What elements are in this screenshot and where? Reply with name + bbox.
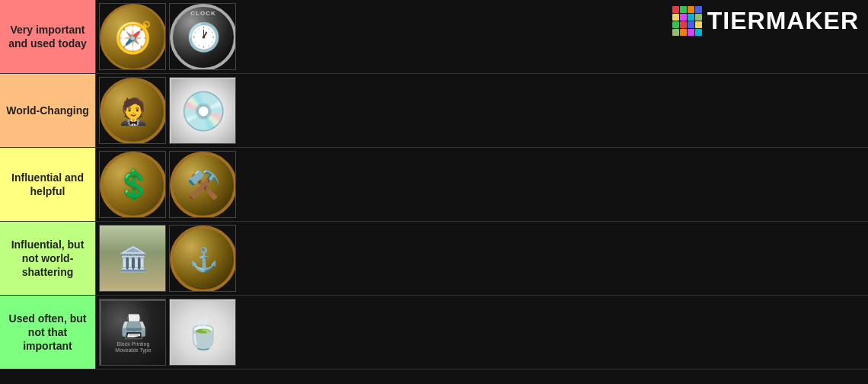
logo-cell [695,21,702,28]
dollar-icon: 💲 [116,168,152,202]
list-item[interactable]: 🕐 CLOCK [169,3,236,70]
logo-cell [680,14,687,21]
tier-label-3: Influential and helpful [0,148,95,221]
logo-cell [695,6,702,13]
tier-items-3: 💲 ⚒️ [95,148,868,221]
tier-items-5: 🖨️ Block PrintingMoveable Type 🍵 [95,296,868,369]
printing-coin: 🖨️ Block PrintingMoveable Type [100,299,166,366]
dollar-coin: 💲 [100,152,166,218]
tier-label-1: Very important and used today [0,0,95,73]
man-coin: 🤵 [100,78,166,144]
tier-items-4: 🏛️ ⚓ [95,222,868,295]
canal-icon: 🏛️ [118,245,148,274]
tier-label-5: Used often, but not that important [0,296,95,369]
clock-coin: 🕐 CLOCK [170,4,236,70]
bowl-image: 🍵 [170,299,236,366]
list-item[interactable]: ⚒️ [169,151,236,218]
tier-row-5: Used often, but not that important 🖨️ Bl… [0,296,868,370]
logo-cell [672,6,679,13]
tier-row-2: World-Changing 🤵 💿 [0,74,868,148]
list-item[interactable]: 🍵 [169,299,236,366]
vinyl-icon: 💿 [180,89,227,133]
list-item[interactable]: 💿 [169,77,236,144]
logo-cell [672,29,679,36]
logo-cell [695,29,702,36]
tier-row-3: Influential and helpful 💲 ⚒️ [0,148,868,222]
logo-grid [672,6,701,35]
list-item[interactable]: 🏛️ [99,225,166,292]
logo-cell [680,6,687,13]
list-item[interactable]: 🤵 [99,77,166,144]
logo-cell [695,14,702,21]
clock-icon: 🕐 [187,21,221,53]
print-label: Block PrintingMoveable Type [115,341,151,353]
compass-coin: 🧭 [100,4,166,70]
logo-cell [672,21,679,28]
logo-cell [688,21,694,28]
canal-image: 🏛️ [100,226,166,292]
list-item[interactable]: 🖨️ Block PrintingMoveable Type [99,299,166,366]
print-icon: 🖨️ [120,313,148,340]
water-coin: ⚓ [170,226,236,292]
list-item[interactable]: 💲 [99,151,166,218]
water-icon: ⚓ [190,246,218,273]
logo-cell [688,29,694,36]
hammer-icon: ⚒️ [187,169,221,201]
tiermaker-logo: TiERMAKER [663,0,868,41]
list-item[interactable]: 🧭 [99,3,166,70]
man-icon: 🤵 [117,96,149,126]
tier-row-4: Influential, but not world-shattering 🏛️… [0,222,868,296]
tier-label-4: Influential, but not world-shattering [0,222,95,295]
hammer-coin: ⚒️ [170,152,236,218]
tier-list: Very important and used today 🧭 🕐 CLOCK … [0,0,868,370]
tier-label-2: World-Changing [0,74,95,147]
vinyl-coin: 💿 [170,78,236,144]
logo-cell [680,21,687,28]
logo-cell [680,29,687,36]
compass-icon: 🧭 [114,20,152,56]
bowl-icon: 🍵 [184,315,222,351]
logo-text: TiERMAKER [707,7,859,35]
logo-cell [688,14,694,21]
list-item[interactable]: ⚓ [169,225,236,292]
logo-cell [672,14,679,21]
tier-items-2: 🤵 💿 [95,74,868,147]
logo-cell [688,6,694,13]
